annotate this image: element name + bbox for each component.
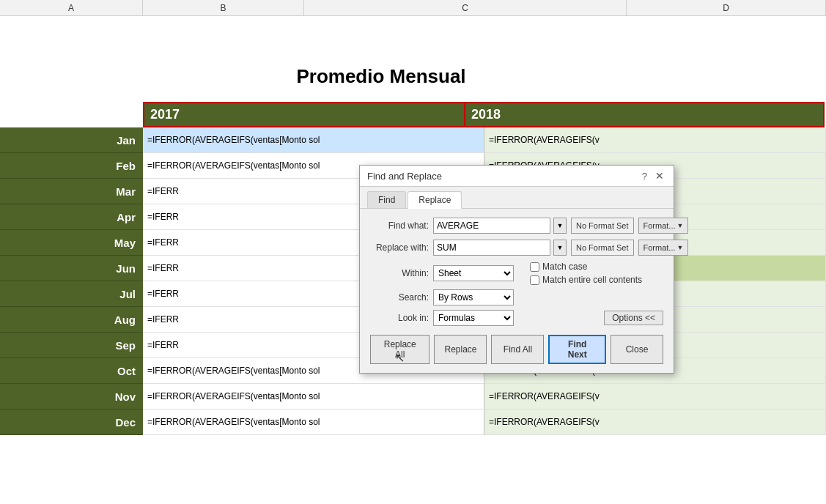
formula-cell-nov-2017[interactable]: =IFERROR(AVERAGEIFS(ventas[Monto sol xyxy=(143,384,484,410)
replace-button[interactable]: Replace xyxy=(434,335,487,364)
dialog-tabs: Find Replace xyxy=(360,187,674,209)
dialog-close-button[interactable]: ✕ xyxy=(653,170,666,182)
month-label-aug: Aug xyxy=(0,307,143,333)
dialog-title-controls: ? ✕ xyxy=(642,170,666,182)
month-label-mar: Mar xyxy=(0,179,143,204)
find-what-input[interactable] xyxy=(433,218,550,234)
table-row: Jan =IFERROR(AVERAGEIFS(ventas[Monto sol… xyxy=(0,127,826,153)
find-replace-dialog: Find and Replace ? ✕ Find Replace Find w… xyxy=(359,165,674,374)
within-label: Within: xyxy=(370,268,429,278)
spreadsheet: A B C D Promedio Mensual 2017 2018 Jan =… xyxy=(0,0,826,504)
col-header-c: C xyxy=(304,0,627,15)
dialog-title: Find and Replace xyxy=(367,171,442,182)
month-label-apr: Apr xyxy=(0,204,143,230)
month-label-jun: Jun xyxy=(0,256,143,281)
find-what-row: Find what: ▼ No Format Set Format... ▼ xyxy=(370,218,663,234)
find-dropdown-button[interactable]: ▼ xyxy=(553,218,567,234)
month-label-oct: Oct xyxy=(0,358,143,384)
find-next-button[interactable]: Find Next xyxy=(548,335,606,364)
replace-dropdown-button[interactable]: ▼ xyxy=(553,240,567,256)
year-2018-header: 2018 xyxy=(465,102,825,127)
table-row: Dec =IFERROR(AVERAGEIFS(ventas[Monto sol… xyxy=(0,410,826,435)
tab-find[interactable]: Find xyxy=(367,191,406,208)
formula-cell-jan-2017[interactable]: =IFERROR(AVERAGEIFS(ventas[Monto sol xyxy=(143,127,484,153)
action-buttons-row: Replace All ↖ Replace Find All Find Next… xyxy=(370,330,663,367)
replace-format-button[interactable]: Format... ▼ xyxy=(638,240,689,256)
col-header-b: B xyxy=(143,0,304,15)
find-all-button[interactable]: Find All xyxy=(491,335,544,364)
month-label-jan: Jan xyxy=(0,127,143,153)
find-input-group: ▼ xyxy=(433,218,567,234)
year-row: 2017 2018 xyxy=(143,102,825,127)
options-button[interactable]: Options << xyxy=(604,311,663,325)
dialog-titlebar: Find and Replace ? ✕ xyxy=(360,166,674,187)
year-2017-header: 2017 xyxy=(143,102,465,127)
lookin-label: Look in: xyxy=(370,313,429,323)
column-headers: A B C D xyxy=(0,0,826,16)
replace-input-group: ▼ xyxy=(433,240,567,256)
match-entire-checkbox[interactable] xyxy=(530,275,539,285)
match-case-checkbox[interactable] xyxy=(530,262,539,272)
find-no-format-badge: No Format Set xyxy=(571,218,634,234)
dialog-help-icon[interactable]: ? xyxy=(642,171,647,182)
replace-no-format-badge: No Format Set xyxy=(571,240,634,256)
tab-replace[interactable]: Replace xyxy=(408,191,462,209)
month-label-jul: Jul xyxy=(0,281,143,307)
match-entire-label: Match entire cell contents xyxy=(542,275,642,285)
col-header-d: D xyxy=(627,0,826,15)
replace-format-arrow-icon: ▼ xyxy=(677,244,684,251)
formula-cell-dec-2017[interactable]: =IFERROR(AVERAGEIFS(ventas[Monto sol xyxy=(143,410,484,435)
month-label-may: May xyxy=(0,230,143,256)
match-entire-option[interactable]: Match entire cell contents xyxy=(530,275,642,285)
find-format-button[interactable]: Format... ▼ xyxy=(638,218,689,234)
search-label: Search: xyxy=(370,292,429,303)
replace-with-label: Replace with: xyxy=(370,242,429,253)
table-row: Nov =IFERROR(AVERAGEIFS(ventas[Monto sol… xyxy=(0,384,826,410)
within-row: Within: Sheet Match case Match entire ce… xyxy=(370,262,663,285)
search-row: Search: By Rows xyxy=(370,289,663,305)
col-header-a: A xyxy=(0,0,143,15)
find-what-label: Find what: xyxy=(370,220,429,231)
replace-with-input[interactable] xyxy=(433,240,550,256)
close-button[interactable]: Close xyxy=(611,335,663,364)
month-label-feb: Feb xyxy=(0,153,143,179)
dialog-body: Find what: ▼ No Format Set Format... ▼ R… xyxy=(360,209,674,373)
month-label-sep: Sep xyxy=(0,333,143,358)
formula-cell-dec-2018[interactable]: =IFERROR(AVERAGEIFS(v xyxy=(484,410,826,435)
match-case-label: Match case xyxy=(542,262,587,272)
replace-all-button[interactable]: Replace All ↖ xyxy=(370,335,429,364)
cursor-icon: ↖ xyxy=(395,351,405,365)
lookin-row: Look in: Formulas Options << xyxy=(370,310,663,326)
match-case-option[interactable]: Match case xyxy=(530,262,642,272)
month-label-dec: Dec xyxy=(0,410,143,435)
search-select[interactable]: By Rows xyxy=(433,289,514,305)
formula-cell-nov-2018[interactable]: =IFERROR(AVERAGEIFS(v xyxy=(484,384,826,410)
spreadsheet-title: Promedio Mensual xyxy=(143,60,619,93)
lookin-select[interactable]: Formulas xyxy=(433,310,514,326)
formula-cell-jan-2018[interactable]: =IFERROR(AVERAGEIFS(v xyxy=(484,127,826,153)
replace-with-row: Replace with: ▼ No Format Set Format... … xyxy=(370,240,663,256)
month-label-nov: Nov xyxy=(0,384,143,410)
within-select[interactable]: Sheet xyxy=(433,265,514,281)
find-format-arrow-icon: ▼ xyxy=(677,222,684,229)
